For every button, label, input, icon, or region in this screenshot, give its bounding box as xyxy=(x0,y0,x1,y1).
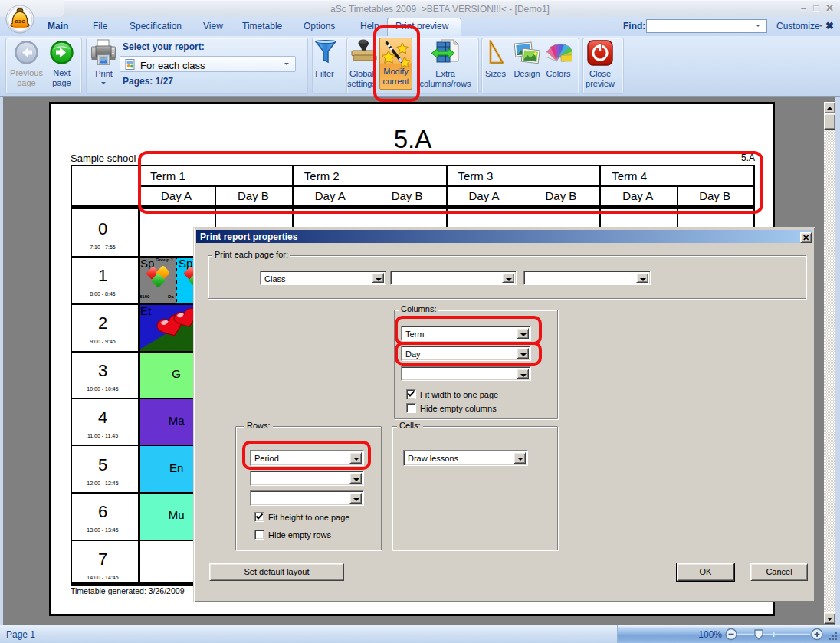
svg-text:asc: asc xyxy=(15,18,25,25)
